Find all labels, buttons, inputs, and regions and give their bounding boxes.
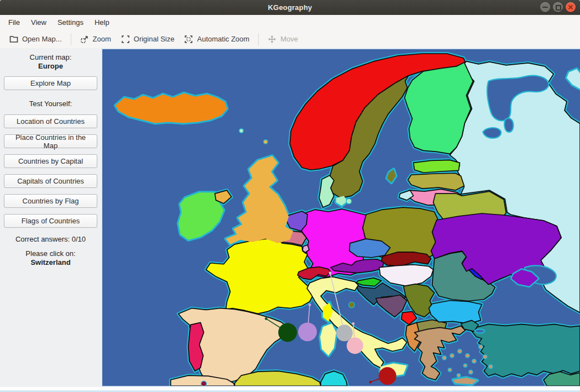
island-aegean-island-7[interactable] bbox=[469, 370, 472, 374]
island-san-marino[interactable] bbox=[349, 302, 354, 307]
menu-item-view[interactable]: View bbox=[25, 15, 52, 29]
test-yourself-label: Test Yourself: bbox=[29, 100, 72, 108]
zoom-button[interactable]: Zoom bbox=[75, 33, 116, 46]
flags-of-countries-button[interactable]: Flags of Countries bbox=[4, 214, 97, 228]
island-shetland[interactable] bbox=[264, 140, 267, 143]
country-estonia[interactable] bbox=[414, 160, 460, 173]
liechtenstein-location-pin bbox=[329, 271, 332, 274]
country-turkey[interactable] bbox=[472, 324, 580, 377]
malta-marker[interactable] bbox=[379, 367, 396, 385]
country-hungary[interactable] bbox=[379, 265, 433, 286]
menu-item-settings[interactable]: Settings bbox=[52, 15, 89, 29]
island-gibraltar[interactable] bbox=[202, 381, 206, 386]
island-aegean-island-10[interactable] bbox=[479, 345, 482, 348]
place-countries-in-the-map-button[interactable]: Place Countries in the Map bbox=[4, 134, 97, 148]
menu-item-help[interactable]: Help bbox=[89, 15, 115, 29]
island-aegean-island-12[interactable] bbox=[489, 365, 492, 368]
countries-by-flag-button[interactable]: Countries by Flag bbox=[4, 194, 97, 208]
island-aegean-island-2[interactable] bbox=[451, 354, 454, 357]
maximize-button[interactable] bbox=[553, 2, 563, 12]
explore-map-button[interactable]: Explore Map bbox=[4, 76, 97, 90]
prompt-label: Please click on: bbox=[25, 249, 75, 258]
window-bottom-edge bbox=[0, 387, 580, 392]
toolbar: Open Map...ZoomOriginal SizeAutomatic Zo… bbox=[0, 30, 580, 48]
automatic-zoom-button[interactable]: Automatic Zoom bbox=[179, 33, 254, 46]
folder-icon bbox=[9, 35, 18, 44]
island-aegean-island-1[interactable] bbox=[443, 356, 446, 359]
menu-item-file[interactable]: File bbox=[3, 15, 25, 29]
location-of-countries-button[interactable]: Location of Countries bbox=[4, 114, 97, 128]
prompt-country: Switzerland bbox=[30, 258, 70, 267]
island-aegean-island-9[interactable] bbox=[448, 369, 451, 372]
toolbar-button-label: Original Size bbox=[134, 35, 175, 43]
zoom-select-icon bbox=[80, 35, 89, 44]
liechtenstein-marker[interactable] bbox=[336, 325, 353, 341]
minimize-button[interactable] bbox=[540, 2, 550, 12]
island-aegean-island-8[interactable] bbox=[457, 374, 460, 377]
europe-map-svg[interactable] bbox=[102, 49, 580, 386]
window-controls bbox=[540, 2, 576, 12]
toolbar-button-label: Zoom bbox=[93, 35, 111, 43]
island-aegean-island-3[interactable] bbox=[458, 349, 462, 353]
titlebar[interactable]: KGeography bbox=[0, 0, 580, 15]
andorra-marker[interactable] bbox=[278, 323, 297, 342]
toolbar-button-label: Automatic Zoom bbox=[197, 35, 249, 43]
current-map-value: Europe bbox=[38, 62, 63, 71]
current-map-label: Current map: bbox=[30, 53, 72, 62]
sea-of-marmara bbox=[474, 329, 484, 333]
island-faroe-islands[interactable] bbox=[239, 129, 243, 133]
main-content: Current map: Europe Explore Map Test You… bbox=[0, 48, 580, 387]
monaco-marker[interactable] bbox=[298, 322, 317, 341]
map-view[interactable] bbox=[101, 48, 580, 387]
capitals-of-countries-button[interactable]: Capitals of Countries bbox=[4, 174, 97, 188]
original-size-icon bbox=[121, 35, 130, 44]
quiz-buttons: Location of CountriesPlace Countries in … bbox=[4, 108, 97, 228]
vatican-city-marker[interactable] bbox=[347, 337, 363, 354]
vatican-city-location-pin bbox=[352, 322, 355, 325]
move-icon bbox=[268, 35, 276, 44]
toolbar-button-label: Move bbox=[280, 35, 298, 43]
country-great-britain[interactable] bbox=[226, 156, 293, 244]
auto-zoom-icon bbox=[184, 35, 193, 44]
original-size-button[interactable]: Original Size bbox=[116, 33, 180, 46]
country-bulgaria[interactable] bbox=[429, 301, 482, 324]
andorra-location-pin bbox=[265, 317, 268, 320]
island-aegean-island-11[interactable] bbox=[483, 355, 487, 358]
malta-location-pin bbox=[369, 381, 372, 384]
island-zealand[interactable] bbox=[347, 199, 351, 203]
island-aegean-island-6[interactable] bbox=[464, 364, 467, 367]
toolbar-button-label: Open Map... bbox=[22, 35, 62, 43]
close-button[interactable] bbox=[566, 2, 576, 12]
menubar: FileViewSettingsHelp bbox=[0, 15, 580, 30]
lake-onega bbox=[504, 118, 513, 132]
score-text: Correct answers: 0/10 bbox=[15, 235, 86, 244]
move-button: Move bbox=[263, 33, 303, 46]
island-aegean-island-4[interactable] bbox=[466, 354, 469, 357]
open-map-button[interactable]: Open Map... bbox=[4, 33, 67, 46]
country-france[interactable] bbox=[206, 238, 313, 314]
island-aegean-island-5[interactable] bbox=[472, 359, 476, 363]
lake-ladoga bbox=[483, 128, 501, 138]
countries-by-capital-button[interactable]: Countries by Capital bbox=[4, 154, 97, 168]
window-title: KGeography bbox=[268, 3, 312, 12]
toolbar-separator bbox=[71, 33, 71, 45]
sidebar: Current map: Europe Explore Map Test You… bbox=[0, 48, 101, 387]
toolbar-separator bbox=[258, 33, 259, 45]
monaco-location-pin bbox=[309, 304, 311, 306]
